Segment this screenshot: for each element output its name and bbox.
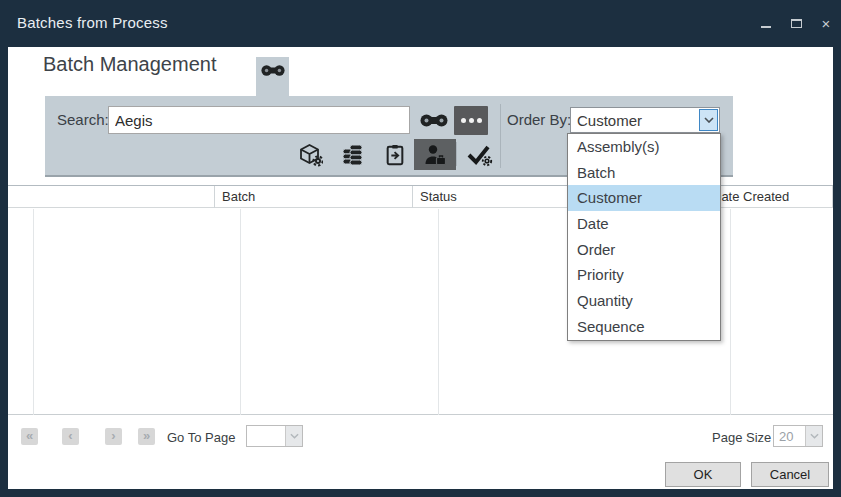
- grid-column-line: [33, 209, 34, 415]
- check-settings-icon: [466, 144, 493, 167]
- go-to-page-dropdown-button[interactable]: [285, 426, 302, 446]
- search-label: Search:: [57, 111, 109, 128]
- page-title: Batch Management: [43, 53, 216, 76]
- close-icon: ×: [822, 16, 831, 31]
- customer-person-button[interactable]: [414, 139, 456, 170]
- chevron-down-icon: [704, 117, 714, 123]
- last-page-button[interactable]: »: [138, 428, 155, 445]
- column-header[interactable]: Batch: [215, 186, 413, 208]
- search-button[interactable]: [419, 110, 449, 130]
- minimize-icon: [761, 26, 771, 28]
- clipboard-arrow-icon: [384, 143, 406, 167]
- search-input[interactable]: [108, 106, 410, 134]
- dropdown-option[interactable]: Sequence: [568, 314, 720, 340]
- maximize-button[interactable]: [781, 9, 811, 39]
- toolbar-divider: [456, 142, 457, 166]
- more-options-button[interactable]: [454, 106, 488, 135]
- cancel-button[interactable]: Cancel: [751, 462, 829, 487]
- package-settings-button[interactable]: [298, 142, 324, 168]
- minimize-button[interactable]: [751, 9, 781, 39]
- go-to-page-combobox[interactable]: [246, 425, 303, 447]
- order-by-value: Customer: [571, 112, 699, 129]
- dropdown-option[interactable]: Customer: [568, 185, 720, 211]
- combo-dropdown-button[interactable]: [699, 109, 718, 131]
- package-settings-icon: [299, 143, 323, 167]
- ellipsis-icon: [461, 118, 466, 123]
- column-header[interactable]: [825, 186, 833, 208]
- panel-divider: [500, 104, 501, 168]
- dialog-content: Batch Management Search:: [8, 47, 833, 489]
- first-page-icon: «: [26, 429, 33, 442]
- chevron-down-icon: [290, 433, 299, 439]
- clipboard-arrow-button[interactable]: [382, 142, 408, 168]
- order-by-combobox[interactable]: Customer: [570, 107, 720, 133]
- column-header[interactable]: [8, 186, 215, 208]
- binoculars-icon: [261, 64, 285, 96]
- dropdown-option[interactable]: Assembly(s): [568, 134, 720, 160]
- batches-from-process-window: Batches from Process × Batch Management: [0, 0, 841, 497]
- maximize-icon: [791, 19, 802, 28]
- title-bar: Batches from Process ×: [0, 0, 841, 47]
- window-title: Batches from Process: [17, 14, 168, 31]
- chevron-down-icon: [810, 433, 819, 439]
- previous-page-button[interactable]: ‹: [62, 428, 79, 445]
- go-to-page-label: Go To Page: [167, 430, 235, 445]
- page-size-dropdown-button[interactable]: [805, 426, 822, 446]
- last-page-icon: »: [143, 429, 150, 442]
- first-page-button[interactable]: «: [21, 428, 38, 445]
- page-size-combobox[interactable]: 20: [773, 425, 823, 447]
- page-size-label: Page Size: [712, 430, 771, 445]
- grid-column-line: [438, 209, 439, 415]
- page-size-value: 20: [774, 426, 805, 446]
- dropdown-option[interactable]: Date: [568, 211, 720, 237]
- go-to-page-value: [247, 426, 285, 446]
- dropdown-option[interactable]: Batch: [568, 160, 720, 186]
- close-button[interactable]: ×: [811, 9, 841, 39]
- column-header[interactable]: Date Created: [705, 186, 825, 208]
- window-controls: ×: [751, 0, 841, 47]
- next-page-icon: ›: [111, 429, 115, 442]
- binoculars-icon: [420, 113, 448, 128]
- dropdown-option[interactable]: Priority: [568, 262, 720, 288]
- previous-page-icon: ‹: [68, 429, 72, 442]
- grid-column-line: [240, 209, 241, 415]
- dropdown-option[interactable]: Quantity: [568, 288, 720, 314]
- next-page-button[interactable]: ›: [105, 428, 122, 445]
- order-by-label: Order By:: [507, 111, 571, 128]
- grid-column-line: [730, 209, 731, 415]
- check-settings-button[interactable]: [466, 142, 492, 168]
- order-by-dropdown-list: Assembly(s) Batch Customer Date Order Pr…: [567, 133, 721, 341]
- tab-search[interactable]: [256, 57, 289, 96]
- customer-person-icon: [422, 143, 448, 167]
- dropdown-option[interactable]: Order: [568, 237, 720, 263]
- coin-stack-button[interactable]: [340, 142, 366, 168]
- coin-stack-icon: [341, 143, 365, 167]
- ok-button[interactable]: OK: [665, 462, 741, 487]
